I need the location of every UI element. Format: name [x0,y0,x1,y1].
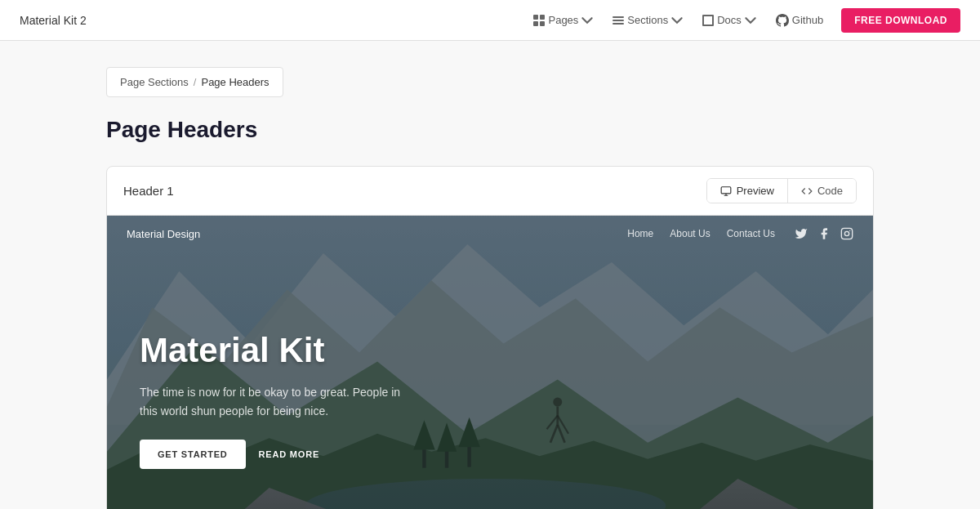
breadcrumb-parent[interactable]: Page Sections [120,76,189,88]
docs-chevron-icon [745,15,756,26]
facebook-icon[interactable] [817,227,831,240]
get-started-button[interactable]: GET STARTED [140,440,246,469]
nav-github[interactable]: Github [768,9,831,32]
breadcrumb-current: Page Headers [201,76,269,88]
preview-nav-contact[interactable]: Contact Us [727,228,775,239]
pages-label: Pages [548,14,578,26]
hero-title: Material Kit [140,331,417,370]
brand-name: Material Kit 2 [20,14,87,27]
page-title: Page Headers [106,117,874,143]
pages-grid-icon [533,15,545,26]
preview-nav-home[interactable]: Home [627,228,653,239]
preview-navbar: Material Design Home About Us Contact Us [107,216,873,252]
svg-rect-21 [841,228,852,239]
nav-links: Pages Sections Docs [525,8,960,33]
hero-subtitle: The time is now for it be okay to be gre… [140,383,417,420]
breadcrumb-separator: / [194,76,197,88]
card-toolbar: Header 1 Preview Code [107,167,873,216]
top-nav: Material Kit 2 Pages Sections [0,0,980,41]
code-icon [801,185,813,197]
github-label: Github [792,14,823,26]
tab-preview[interactable]: Preview [707,179,788,203]
tab-group: Preview Code [706,178,857,203]
main-content: Page Sections / Page Headers Page Header… [41,41,939,509]
download-button[interactable]: FREE DOWNLOAD [841,8,960,33]
sections-lines-icon [612,15,624,26]
preview-area: Material Design Home About Us Contact Us [107,216,873,509]
svg-point-23 [849,230,850,231]
preview-icon [720,185,732,197]
svg-point-22 [844,231,849,235]
preview-nav-links: Home About Us Contact Us [627,228,775,239]
docs-book-icon [702,15,714,26]
tab-code[interactable]: Code [788,179,856,203]
svg-rect-0 [721,186,731,193]
mountain-background: Material Design Home About Us Contact Us [107,216,873,509]
header-card: Header 1 Preview Code [106,166,874,509]
read-more-button[interactable]: READ MORE [259,449,319,459]
hero-buttons: GET STARTED READ MORE [140,440,417,469]
sections-label: Sections [627,14,668,26]
preview-hero: Material Kit The time is now for it be o… [140,331,417,469]
nav-docs[interactable]: Docs [694,9,764,31]
instagram-icon[interactable] [840,227,853,240]
sections-chevron-icon [671,15,683,26]
nav-sections[interactable]: Sections [604,9,691,31]
docs-label: Docs [717,14,742,26]
preview-nav-about[interactable]: About Us [670,228,710,239]
card-title: Header 1 [123,184,174,198]
preview-social-icons [795,227,853,240]
preview-brand: Material Design [127,228,200,240]
twitter-icon[interactable] [795,227,808,240]
github-icon [776,14,789,27]
nav-pages[interactable]: Pages [525,9,601,31]
breadcrumb: Page Sections / Page Headers [106,67,283,97]
pages-chevron-icon [581,15,593,26]
